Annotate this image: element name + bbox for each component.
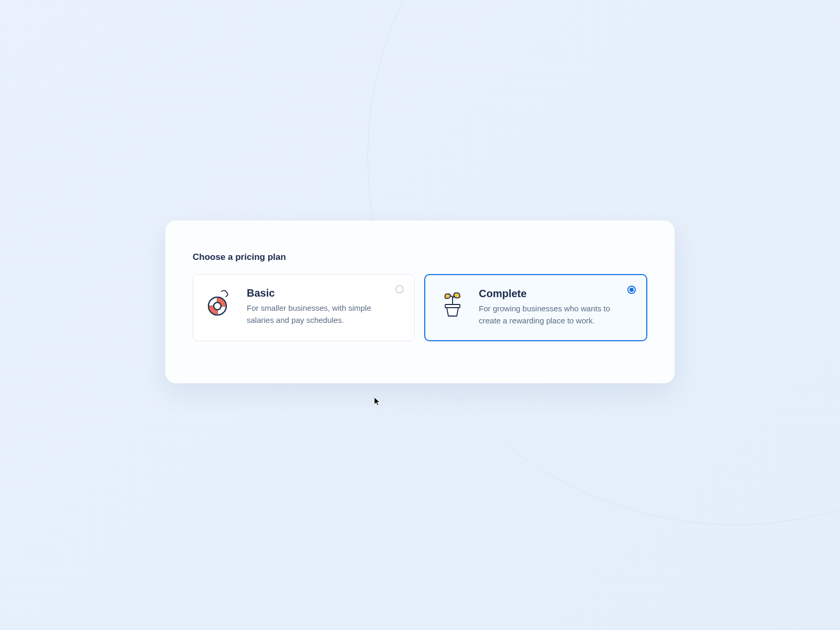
radio-indicator-complete[interactable]	[627, 286, 636, 294]
plan-title: Basic	[247, 287, 386, 299]
plan-title: Complete	[479, 288, 618, 300]
card-heading: Choose a pricing plan	[193, 252, 647, 262]
plan-text: Basic For smaller businesses, with simpl…	[247, 287, 402, 326]
plan-option-basic[interactable]: Basic For smaller businesses, with simpl…	[193, 274, 415, 341]
plan-text: Complete For growing businesses who want…	[479, 288, 634, 327]
plan-option-complete[interactable]: Complete For growing businesses who want…	[424, 274, 647, 341]
radio-indicator-basic[interactable]	[395, 285, 404, 293]
plan-description: For smaller businesses, with simple sala…	[247, 302, 386, 326]
plan-description: For growing businesses who wants to crea…	[479, 303, 618, 327]
mouse-cursor	[374, 397, 381, 408]
plans-container: Basic For smaller businesses, with simpl…	[193, 274, 647, 341]
svg-rect-4	[445, 304, 460, 308]
pricing-card: Choose a pricing plan	[165, 220, 675, 383]
potted-plant-icon	[438, 289, 467, 318]
lifebuoy-icon	[206, 288, 235, 318]
